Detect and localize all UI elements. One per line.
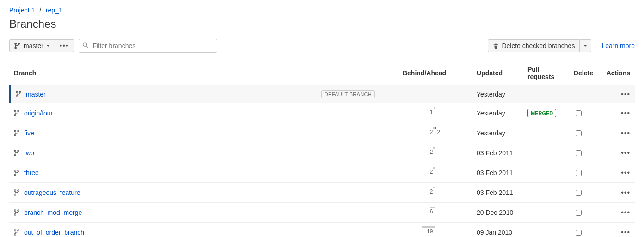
row-actions-button[interactable]: •••	[621, 188, 630, 196]
table-row: masterDEFAULT BRANCHYesterday•••	[9, 85, 635, 103]
table-row: out_of_order_branch1909 Jan 2010•••	[9, 223, 635, 237]
row-actions-button[interactable]: •••	[621, 90, 630, 98]
filter-branches-input[interactable]	[79, 39, 217, 53]
branch-link[interactable]: three	[24, 169, 39, 176]
delete-checked-button[interactable]: Delete checked branches	[488, 39, 580, 52]
breadcrumb-repo[interactable]: rep_1	[46, 6, 62, 14]
behind-count: 2	[430, 188, 433, 195]
branch-link[interactable]: master	[26, 91, 46, 98]
row-actions-button[interactable]: •••	[621, 149, 630, 157]
behind-count: 2	[430, 149, 433, 155]
branch-link[interactable]: five	[24, 129, 34, 137]
trash-icon	[493, 43, 499, 49]
toolbar: master ••• Delete checked branches Learn	[9, 39, 635, 53]
col-branch: Branch	[9, 62, 398, 85]
updated-cell: Yesterday	[472, 123, 523, 143]
behind-count: 19	[427, 228, 433, 235]
branch-selector-button[interactable]: master	[9, 39, 55, 52]
table-row: outrageous_feature203 Feb 2011•••	[9, 183, 635, 203]
more-icon: •••	[60, 42, 69, 49]
delete-checkbox[interactable]	[576, 110, 582, 116]
table-row: origin/four1YesterdayMERGED•••	[9, 103, 635, 123]
delete-checkbox[interactable]	[576, 190, 582, 196]
breadcrumb: Project 1 / rep_1	[9, 6, 635, 14]
branch-link[interactable]: out_of_order_branch	[24, 229, 84, 236]
branch-icon	[14, 209, 20, 216]
behind-ahead-indicator: 19	[403, 227, 467, 237]
updated-cell: 03 Feb 2011	[472, 163, 523, 183]
delete-checkbox[interactable]	[576, 230, 582, 236]
delete-checkbox[interactable]	[576, 170, 582, 176]
branch-icon	[14, 43, 21, 49]
behind-count: 2	[430, 169, 433, 175]
branch-icon	[14, 130, 20, 136]
table-row: branch_mod_merge620 Dec 2010•••	[9, 203, 635, 223]
updated-cell: Yesterday	[472, 85, 523, 103]
behind-ahead-indicator: 6	[403, 207, 467, 218]
table-row: two203 Feb 2011•••	[9, 143, 635, 163]
row-actions-button[interactable]: •••	[621, 208, 630, 216]
col-behind-ahead: Behind/Ahead	[398, 62, 472, 85]
filter-wrap	[79, 39, 217, 53]
col-actions: Actions	[598, 62, 635, 85]
table-row: five22Yesterday•••	[9, 123, 635, 143]
updated-cell: 09 Jan 2010	[472, 223, 523, 237]
branch-link[interactable]: outrageous_feature	[24, 189, 80, 196]
ahead-count: 2	[437, 129, 440, 135]
behind-count: 2	[430, 129, 433, 135]
behind-ahead-indicator: 22	[403, 128, 467, 138]
table-row: three203 Feb 2011•••	[9, 163, 635, 183]
updated-cell: 20 Dec 2010	[472, 203, 523, 223]
col-updated: Updated	[472, 62, 523, 85]
behind-ahead-indicator: 2	[403, 148, 467, 158]
branch-link[interactable]: origin/four	[24, 109, 53, 117]
branch-icon	[14, 150, 20, 156]
updated-cell: 03 Feb 2011	[472, 143, 523, 163]
updated-cell: Yesterday	[472, 103, 523, 123]
merged-badge: MERGED	[527, 109, 556, 117]
branch-more-button[interactable]: •••	[55, 39, 74, 52]
branch-icon	[14, 170, 20, 176]
col-delete: Delete	[569, 62, 598, 85]
row-actions-button[interactable]: •••	[621, 169, 630, 176]
branch-icon	[14, 229, 20, 236]
delete-checkbox[interactable]	[576, 130, 582, 136]
default-branch-badge: DEFAULT BRANCH	[321, 90, 375, 98]
branch-link[interactable]: two	[24, 149, 34, 157]
updated-cell: 03 Feb 2011	[472, 183, 523, 203]
delete-checked-group: Delete checked branches	[488, 39, 591, 52]
delete-checked-label: Delete checked branches	[502, 42, 575, 49]
branches-table: Branch Behind/Ahead Updated Pull request…	[9, 62, 635, 237]
branch-icon	[14, 189, 20, 196]
breadcrumb-project[interactable]: Project 1	[9, 6, 35, 14]
branch-selector-group: master •••	[9, 39, 74, 52]
learn-more-link[interactable]: Learn more	[601, 42, 635, 49]
branch-icon	[14, 110, 20, 116]
branch-selector-label: master	[24, 42, 43, 49]
chevron-down-icon	[583, 45, 587, 47]
col-pull-requests: Pull requests	[523, 62, 569, 85]
behind-count: 6	[430, 208, 433, 215]
behind-count: 1	[430, 109, 433, 115]
page-title: Branches	[9, 18, 635, 30]
behind-ahead-indicator: 2	[403, 188, 467, 198]
row-actions-button[interactable]: •••	[621, 129, 630, 137]
delete-checked-caret[interactable]	[580, 39, 591, 52]
branch-icon	[16, 91, 22, 97]
branch-link[interactable]: branch_mod_merge	[24, 209, 82, 216]
behind-ahead-indicator: 1	[403, 108, 467, 118]
breadcrumb-separator: /	[39, 6, 41, 14]
chevron-down-icon	[46, 45, 50, 47]
behind-ahead-indicator: 2	[403, 168, 467, 178]
delete-checkbox[interactable]	[576, 150, 582, 156]
delete-checkbox[interactable]	[576, 210, 582, 216]
row-actions-button[interactable]: •••	[621, 228, 630, 236]
row-actions-button[interactable]: •••	[621, 109, 630, 117]
